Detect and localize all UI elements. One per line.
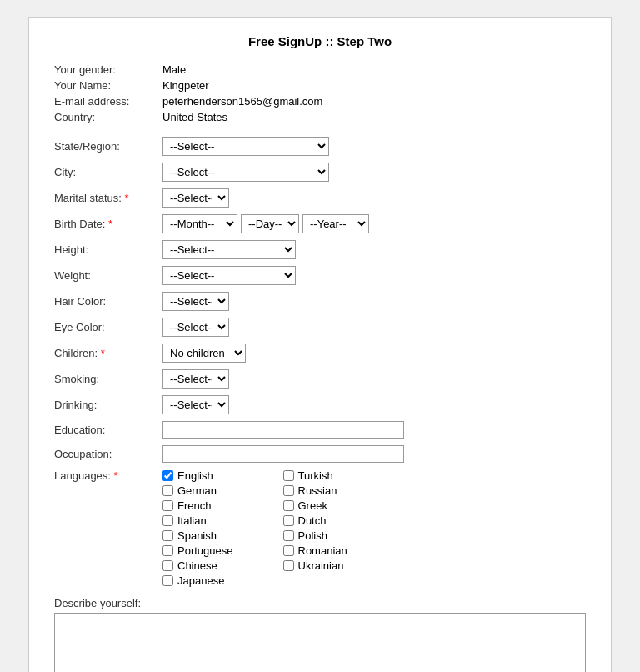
height-label: Height: — [54, 243, 162, 256]
eye-select[interactable]: --Select-- — [162, 318, 229, 337]
languages-row: Languages: * English German French — [54, 469, 586, 587]
lang-romanian-label: Romanian — [298, 544, 348, 557]
birth-date-group: --Month-- --Day-- --Year-- — [162, 214, 369, 233]
birth-row: Birth Date: * --Month-- --Day-- --Year-- — [54, 214, 586, 233]
email-label: E-mail address: — [54, 95, 162, 108]
birth-label: Birth Date: * — [54, 218, 162, 230]
drinking-select[interactable]: --Select-- — [162, 395, 229, 414]
lang-spanish-label: Spanish — [178, 529, 217, 542]
lang-italian-checkbox[interactable] — [162, 515, 173, 526]
user-info-section: Your gender: Male Your Name: Kingpeter E… — [54, 63, 586, 123]
height-select[interactable]: --Select-- — [162, 240, 296, 259]
lang-french-checkbox[interactable] — [162, 500, 173, 511]
languages-label: Languages: * — [54, 469, 162, 482]
education-label: Education: — [54, 424, 162, 436]
smoking-select[interactable]: --Select-- — [162, 369, 229, 389]
hair-select[interactable]: --Select-- — [162, 292, 229, 311]
lang-russian: Russian — [283, 484, 348, 497]
name-row: Your Name: Kingpeter — [54, 79, 586, 92]
state-select[interactable]: --Select-- — [162, 137, 329, 156]
drinking-label: Drinking: — [54, 399, 162, 411]
lang-greek-label: Greek — [298, 499, 328, 512]
state-row: State/Region: --Select-- — [54, 137, 586, 156]
email-row: E-mail address: peterhenderson1565@gmail… — [54, 95, 586, 108]
lang-portuguese-checkbox[interactable] — [162, 545, 173, 556]
children-required: * — [101, 347, 105, 359]
lang-spanish: Spanish — [162, 529, 233, 542]
country-label: Country: — [54, 111, 162, 123]
smoking-label: Smoking: — [54, 373, 162, 385]
weight-select[interactable]: --Select-- — [162, 266, 296, 285]
occupation-row: Occupation: — [54, 445, 586, 463]
lang-greek: Greek — [283, 499, 348, 512]
languages-left-col: English German French Italian — [162, 469, 233, 587]
describe-label: Describe yourself: — [54, 597, 586, 609]
lang-japanese-checkbox[interactable] — [162, 575, 173, 586]
lang-turkish-checkbox[interactable] — [283, 470, 294, 481]
lang-russian-checkbox[interactable] — [283, 485, 294, 496]
birth-month-select[interactable]: --Month-- — [162, 214, 238, 233]
height-row: Height: --Select-- — [54, 240, 586, 259]
languages-right-col: Turkish Russian Greek Dutch — [283, 469, 348, 587]
lang-japanese-label: Japanese — [178, 574, 224, 587]
lang-turkish: Turkish — [283, 469, 348, 482]
eye-row: Eye Color: --Select-- — [54, 318, 586, 337]
lang-russian-label: Russian — [298, 484, 338, 497]
children-select[interactable]: No children Have children — [162, 344, 246, 363]
lang-dutch-label: Dutch — [298, 514, 327, 527]
country-row: Country: United States — [54, 111, 586, 123]
marital-required: * — [125, 192, 129, 204]
gender-row: Your gender: Male — [54, 63, 586, 76]
describe-textarea[interactable] — [54, 613, 586, 672]
lang-german: German — [162, 484, 233, 497]
lang-dutch-checkbox[interactable] — [283, 515, 294, 526]
lang-english-label: English — [178, 469, 213, 482]
birth-required: * — [108, 218, 112, 230]
name-label: Your Name: — [54, 79, 162, 92]
lang-portuguese-label: Portuguese — [178, 544, 233, 557]
lang-ukrainian-label: Ukrainian — [298, 559, 344, 572]
marital-row: Marital status: * --Select-- — [54, 188, 586, 208]
birth-day-select[interactable]: --Day-- — [241, 214, 299, 233]
occupation-input[interactable] — [162, 445, 404, 463]
education-input[interactable] — [162, 421, 404, 439]
lang-english: English — [162, 469, 233, 482]
hair-label: Hair Color: — [54, 295, 162, 308]
lang-turkish-label: Turkish — [298, 469, 333, 482]
lang-ukrainian-checkbox[interactable] — [283, 560, 294, 571]
gender-value: Male — [162, 63, 186, 76]
lang-dutch: Dutch — [283, 514, 348, 527]
lang-greek-checkbox[interactable] — [283, 500, 294, 511]
drinking-row: Drinking: --Select-- — [54, 395, 586, 414]
lang-romanian-checkbox[interactable] — [283, 545, 294, 556]
lang-japanese: Japanese — [162, 574, 233, 587]
birth-year-select[interactable]: --Year-- — [302, 214, 369, 233]
weight-label: Weight: — [54, 269, 162, 282]
main-container: Free SignUp :: Step Two Your gender: Mal… — [28, 17, 612, 672]
email-value: peterhenderson1565@gmail.com — [162, 95, 322, 108]
languages-columns: English German French Italian — [162, 469, 348, 587]
form-section: State/Region: --Select-- City: --Select-… — [54, 137, 586, 672]
lang-spanish-checkbox[interactable] — [162, 530, 173, 541]
lang-romanian: Romanian — [283, 544, 348, 557]
eye-label: Eye Color: — [54, 321, 162, 333]
lang-italian-label: Italian — [178, 514, 207, 527]
smoking-row: Smoking: --Select-- — [54, 369, 586, 389]
lang-polish-checkbox[interactable] — [283, 530, 294, 541]
lang-portuguese: Portuguese — [162, 544, 233, 557]
lang-french-label: French — [178, 499, 211, 512]
lang-chinese-checkbox[interactable] — [162, 560, 173, 571]
lang-english-checkbox[interactable] — [162, 470, 173, 481]
lang-chinese: Chinese — [162, 559, 233, 572]
lang-german-checkbox[interactable] — [162, 485, 173, 496]
lang-ukrainian: Ukrainian — [283, 559, 348, 572]
name-value: Kingpeter — [162, 79, 209, 92]
city-select[interactable]: --Select-- — [162, 163, 329, 182]
weight-row: Weight: --Select-- — [54, 266, 586, 285]
lang-polish: Polish — [283, 529, 348, 542]
marital-select[interactable]: --Select-- — [162, 188, 229, 208]
children-label: Children: * — [54, 347, 162, 359]
page-title: Free SignUp :: Step Two — [54, 34, 586, 48]
lang-german-label: German — [178, 484, 217, 497]
country-value: United States — [162, 111, 228, 123]
